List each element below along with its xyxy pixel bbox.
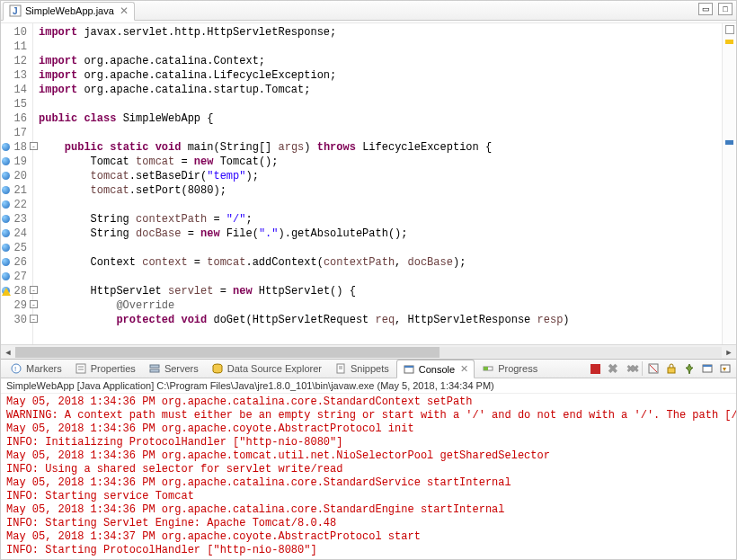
warning-icon[interactable] — [2, 288, 11, 296]
properties-icon — [75, 362, 87, 375]
minimize-button[interactable]: ▭ — [698, 3, 713, 15]
console-toolbar: ✖ ✖✖ ▾ — [588, 361, 733, 376]
scrollbar-thumb[interactable] — [15, 347, 440, 358]
overview-box-icon — [725, 25, 734, 34]
line-number: 24 — [1, 227, 31, 241]
line-number-gutter: 101112131415161718-19202122232425262728-… — [1, 23, 33, 344]
view-tab-label: Properties — [91, 363, 136, 374]
view-tab-label: Console — [419, 364, 455, 375]
code-line[interactable]: HttpServlet servlet = new HttpServlet() … — [39, 284, 722, 298]
window-controls: ▭ □ — [698, 3, 733, 15]
code-line[interactable]: @Override — [39, 298, 722, 313]
line-number: 30- — [1, 313, 31, 327]
display-selected-console-button[interactable] — [700, 361, 715, 376]
pin-console-button[interactable] — [682, 361, 697, 376]
views-tab-bar: !MarkersPropertiesServersData Source Exp… — [1, 359, 736, 378]
servers-icon — [148, 362, 161, 375]
line-number: 20 — [1, 169, 31, 183]
close-icon[interactable]: ✕ — [460, 363, 468, 375]
scroll-right-icon[interactable]: ► — [722, 348, 736, 357]
breakpoint-marker-icon[interactable] — [2, 229, 10, 237]
breakpoint-marker-icon[interactable] — [2, 200, 10, 209]
svg-rect-21 — [703, 365, 712, 367]
close-icon[interactable]: ✕ — [120, 4, 129, 17]
line-number: 23 — [1, 212, 31, 227]
code-line[interactable] — [39, 241, 722, 255]
line-number: 16 — [1, 111, 31, 126]
svg-rect-16 — [484, 367, 488, 370]
maximize-button[interactable]: □ — [718, 3, 733, 15]
view-tab-servers[interactable]: Servers — [143, 360, 204, 377]
view-tab-data-source-explorer[interactable]: Data Source Explorer — [206, 360, 327, 377]
progress-icon — [482, 362, 494, 375]
view-tab-markers[interactable]: !Markers — [4, 360, 67, 377]
breakpoint-marker-icon[interactable] — [2, 186, 10, 194]
breakpoint-marker-icon[interactable] — [2, 157, 10, 165]
svg-rect-7 — [150, 365, 159, 368]
view-tab-snippets[interactable]: Snippets — [329, 360, 395, 377]
breakpoint-marker-icon[interactable] — [2, 172, 10, 180]
remove-launch-button[interactable]: ✖ — [606, 361, 620, 376]
line-number: 19 — [1, 155, 31, 169]
console-icon — [403, 363, 415, 376]
overview-ruler[interactable] — [722, 23, 736, 344]
code-line[interactable]: protected void doGet(HttpServletRequest … — [39, 313, 722, 327]
code-line[interactable]: import org.apache.catalina.startup.Tomca… — [39, 83, 722, 97]
fold-toggle-icon[interactable]: - — [30, 286, 38, 294]
open-console-button[interactable]: ▾ — [718, 361, 733, 376]
breakpoint-marker-icon[interactable] — [2, 258, 10, 266]
code-line[interactable] — [39, 97, 722, 111]
code-line[interactable]: import org.apache.catalina.Context; — [39, 54, 722, 68]
code-line[interactable]: import javax.servlet.http.HttpServletRes… — [39, 25, 722, 40]
code-line[interactable] — [39, 270, 722, 284]
breakpoint-marker-icon[interactable] — [2, 215, 10, 223]
code-content[interactable]: import javax.servlet.http.HttpServletRes… — [33, 23, 722, 344]
code-editor[interactable]: 101112131415161718-19202122232425262728-… — [1, 22, 736, 344]
code-line[interactable]: import org.apache.catalina.LifecycleExce… — [39, 68, 722, 83]
view-tab-progress[interactable]: Progress — [476, 360, 543, 377]
scrollbar-track[interactable] — [15, 347, 722, 358]
editor-tab-bar: J SimpleWebApp.java ✕ ▭ □ — [1, 1, 736, 21]
view-tab-label: Markers — [26, 363, 62, 374]
code-line[interactable] — [39, 198, 722, 212]
fold-toggle-icon[interactable]: - — [30, 142, 38, 150]
code-line[interactable]: Context context = tomcat.addContext(cont… — [39, 255, 722, 270]
console-output[interactable]: May 05, 2018 1:34:36 PM org.apache.catal… — [1, 394, 736, 559]
view-tab-properties[interactable]: Properties — [69, 360, 141, 377]
code-line[interactable]: String contextPath = "/"; — [39, 212, 722, 227]
overview-marker[interactable] — [725, 140, 733, 145]
code-line[interactable]: public class SimpleWebApp { — [39, 111, 722, 126]
editor-tab-title: SimpleWebApp.java — [25, 5, 114, 16]
horizontal-scrollbar[interactable]: ◄ ► — [1, 344, 736, 359]
remove-all-launches-button[interactable]: ✖✖ — [624, 361, 638, 376]
code-line[interactable]: Tomcat tomcat = new Tomcat(); — [39, 155, 722, 169]
scroll-lock-button[interactable] — [664, 361, 679, 376]
fold-toggle-icon[interactable]: - — [30, 315, 38, 323]
code-line[interactable]: tomcat.setPort(8080); — [39, 183, 722, 198]
line-number: 14 — [1, 83, 31, 97]
editor-tab[interactable]: J SimpleWebApp.java ✕ — [3, 2, 135, 21]
fold-toggle-icon[interactable]: - — [30, 300, 38, 308]
java-file-icon: J — [9, 4, 22, 17]
overview-warning-marker[interactable] — [725, 40, 733, 44]
code-line[interactable]: tomcat.setBaseDir("temp"); — [39, 169, 722, 183]
view-tab-label: Progress — [498, 363, 537, 374]
scroll-left-icon[interactable]: ◄ — [1, 348, 15, 357]
terminate-button[interactable] — [588, 361, 602, 376]
view-tab-label: Servers — [164, 363, 199, 374]
line-number: 26 — [1, 255, 31, 270]
code-line[interactable] — [39, 126, 722, 140]
breakpoint-marker-icon[interactable] — [2, 143, 10, 151]
breakpoint-marker-icon[interactable] — [2, 272, 10, 280]
code-line[interactable]: public static void main(String[] args) t… — [39, 140, 722, 155]
code-line[interactable]: String docBase = new File(".").getAbsolu… — [39, 227, 722, 241]
svg-line-18 — [650, 365, 657, 372]
line-number: 12 — [1, 54, 31, 68]
line-number: 22 — [1, 198, 31, 212]
breakpoint-marker-icon[interactable] — [2, 244, 10, 252]
view-tab-console[interactable]: Console✕ — [396, 360, 475, 378]
svg-text:▾: ▾ — [723, 365, 726, 373]
code-line[interactable] — [39, 40, 722, 54]
line-number: 25 — [1, 241, 31, 255]
clear-console-button[interactable] — [646, 361, 661, 376]
